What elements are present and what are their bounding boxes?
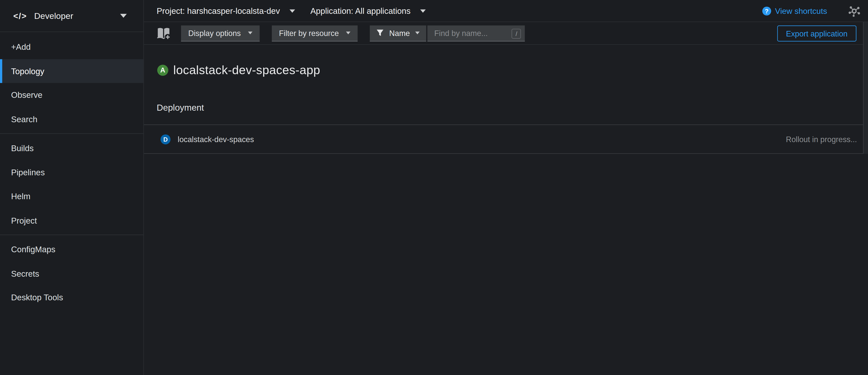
resource-name-link[interactable]: localstack-dev-spaces [178, 135, 254, 144]
view-shortcuts-link[interactable]: ? View shortcuts [762, 6, 827, 15]
sidebar-item-label: Topology [11, 66, 44, 75]
slash-shortcut-badge: / [512, 28, 521, 38]
sidebar-item-label: Builds [11, 143, 34, 153]
application-selector[interactable]: Application: All applications [310, 6, 425, 15]
deployment-badge: D [161, 134, 170, 144]
project-selector[interactable]: Project: harshcasper-localsta-dev [157, 6, 295, 15]
application-selector-label: Application: All applications [310, 6, 410, 15]
sidebar-item-configmaps[interactable]: ConfigMaps [0, 237, 144, 262]
chevron-down-icon [346, 31, 350, 34]
topology-toolbar: Display options Filter by resource Name … [144, 22, 868, 45]
sidebar-item-label: Project [11, 215, 37, 225]
sidebar-item-helm[interactable]: Helm [0, 184, 144, 208]
masthead-right: ? View shortcuts [762, 5, 868, 17]
resource-list: D localstack-dev-spaces Rollout in progr… [144, 125, 868, 154]
resource-group-heading: Deployment [157, 103, 868, 113]
topology-list-view: A localstack-dev-spaces-app Deployment D… [144, 45, 868, 375]
sidebar-item-add[interactable]: +Add [0, 35, 144, 59]
filter-by-resource-dropdown[interactable]: Filter by resource [272, 25, 358, 41]
sidebar: </> Developer +Add Topology Observe Sear… [0, 0, 144, 375]
chevron-down-icon [120, 14, 127, 18]
resource-row[interactable]: D localstack-dev-spaces Rollout in progr… [144, 125, 868, 154]
code-icon: </> [13, 11, 27, 21]
sidebar-item-label: Helm [11, 192, 30, 201]
sidebar-item-desktop-tools[interactable]: Desktop Tools [0, 285, 144, 310]
sidebar-item-label: Desktop Tools [11, 293, 63, 302]
sidebar-item-label: +Add [11, 42, 31, 52]
find-by-name-wrap: / [428, 25, 525, 41]
sidebar-item-label: ConfigMaps [11, 245, 55, 254]
chevron-down-icon [248, 31, 252, 34]
sidebar-item-topology[interactable]: Topology [0, 59, 144, 83]
export-application-button[interactable]: Export application [777, 25, 857, 41]
sidebar-item-builds[interactable]: Builds [0, 136, 144, 160]
chevron-down-icon [289, 9, 295, 12]
topology-view-icon[interactable] [848, 5, 860, 17]
help-icon: ? [762, 6, 771, 15]
sidebar-item-label: Search [11, 114, 37, 124]
application-title: localstack-dev-spaces-app [174, 63, 320, 77]
perspective-label: Developer [34, 11, 73, 21]
view-shortcuts-label: View shortcuts [775, 6, 827, 15]
content-scrollbar-track[interactable] [863, 22, 868, 154]
sidebar-item-label: Observe [11, 90, 42, 100]
filter-by-resource-label: Filter by resource [279, 28, 339, 37]
find-by-name-input[interactable] [428, 25, 525, 41]
sidebar-item-secrets[interactable]: Secrets [0, 261, 144, 285]
sidebar-item-project[interactable]: Project [0, 208, 144, 232]
quick-search-book-icon[interactable] [156, 26, 171, 40]
application-group-header: A localstack-dev-spaces-app [157, 55, 868, 86]
sidebar-item-label: Secrets [11, 269, 39, 278]
filter-funnel-icon [376, 29, 384, 37]
sidebar-item-search[interactable]: Search [0, 107, 144, 131]
project-selector-label: Project: harshcasper-localsta-dev [157, 6, 280, 15]
sidebar-item-pipelines[interactable]: Pipelines [0, 160, 144, 184]
sidebar-item-observe[interactable]: Observe [0, 83, 144, 107]
masthead: Project: harshcasper-localsta-dev Applic… [144, 0, 868, 22]
perspective-switcher[interactable]: </> Developer [0, 0, 144, 32]
resource-status-text: Rollout in progress... [786, 135, 857, 144]
name-filter-group: Name / [370, 25, 525, 41]
app-root: </> Developer +Add Topology Observe Sear… [0, 0, 868, 375]
name-filter-label: Name [389, 28, 410, 37]
chevron-down-icon [415, 31, 420, 34]
display-options-label: Display options [188, 28, 241, 37]
chevron-down-icon [420, 9, 426, 12]
sidebar-item-label: Pipelines [11, 168, 45, 177]
display-options-dropdown[interactable]: Display options [181, 25, 259, 41]
divider [144, 154, 868, 154]
sidebar-nav: +Add Topology Observe Search Builds Pipe… [0, 32, 144, 310]
application-badge: A [157, 65, 168, 76]
name-filter-dropdown[interactable]: Name [370, 25, 427, 41]
